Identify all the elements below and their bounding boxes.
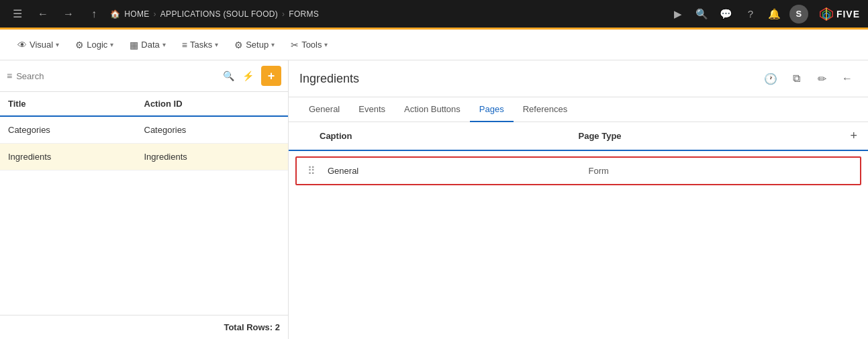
nav-item-logic[interactable]: ⚙ Logic ▾: [68, 36, 120, 54]
play-icon[interactable]: ▶: [669, 5, 687, 23]
visual-icon: 👁: [17, 40, 27, 50]
secondary-nav-left: 👁 Visual ▾ ⚙ Logic ▾ ▦ Data ▾ ≡ Tasks ▾ …: [11, 36, 334, 54]
data-chevron: ▾: [162, 41, 166, 48]
breadcrumb-sep2: ›: [282, 9, 285, 19]
table-header: Title Action ID: [0, 92, 288, 117]
row-action-ingredients: Ingredients: [144, 152, 281, 162]
edit-icon[interactable]: ✏: [812, 68, 832, 89]
row-action-categories: Categories: [144, 125, 281, 135]
nav-item-visual-label: Visual: [30, 40, 53, 50]
nav-item-data-label: Data: [141, 40, 159, 50]
data-icon: ▦: [130, 40, 138, 50]
copy-icon[interactable]: ⧉: [786, 68, 806, 89]
col-action-id-header: Action ID: [144, 99, 281, 109]
nav-item-tasks-label: Tasks: [190, 40, 212, 50]
five-logo: FIVE: [819, 7, 860, 21]
nav-item-logic-label: Logic: [87, 40, 107, 50]
up-icon[interactable]: ↑: [85, 5, 103, 23]
tasks-icon: ≡: [182, 40, 187, 50]
tab-general[interactable]: General: [299, 97, 349, 122]
table-row[interactable]: Ingredients Ingredients: [0, 144, 288, 171]
filter-icon: ≡: [7, 70, 12, 81]
search-bar: ≡ 🔍 ⚡ +: [0, 60, 288, 92]
content-row[interactable]: ⠿ General Form: [295, 156, 861, 185]
tab-references[interactable]: References: [514, 97, 577, 122]
nav-item-visual[interactable]: 👁 Visual ▾: [11, 36, 66, 54]
tools-icon: ✂: [291, 40, 299, 50]
add-button[interactable]: +: [261, 66, 281, 86]
right-panel: Ingredients 🕐 ⧉ ✏ ← General Events Actio…: [289, 60, 868, 339]
nav-item-setup[interactable]: ⚙ Setup ▾: [228, 36, 281, 54]
search-icon[interactable]: 🔍: [223, 70, 234, 81]
menu-icon[interactable]: ☰: [8, 5, 27, 23]
table-row[interactable]: Categories Categories: [0, 117, 288, 144]
panel-header: Ingredients 🕐 ⧉ ✏ ←: [289, 60, 868, 97]
chat-icon[interactable]: 💬: [717, 5, 736, 23]
tab-events[interactable]: Events: [349, 97, 395, 122]
main-layout: ≡ 🔍 ⚡ + Title Action ID Categories Categ…: [0, 60, 868, 339]
col-caption-header: Caption: [320, 131, 579, 141]
logic-icon: ⚙: [75, 40, 84, 50]
five-logo-icon: [819, 7, 834, 21]
breadcrumb-current[interactable]: FORMS: [289, 9, 319, 19]
setup-icon: ⚙: [234, 40, 243, 50]
breadcrumb-sep1: ›: [154, 9, 156, 19]
tab-action-buttons[interactable]: Action Buttons: [395, 97, 470, 122]
tasks-chevron: ▾: [215, 41, 218, 48]
tab-pages[interactable]: Pages: [470, 97, 514, 122]
tabs: General Events Action Buttons Pages Refe…: [289, 97, 868, 122]
secondary-navigation: 👁 Visual ▾ ⚙ Logic ▾ ▦ Data ▾ ≡ Tasks ▾ …: [0, 30, 868, 60]
back-icon[interactable]: ←: [34, 5, 52, 23]
back-arrow-icon[interactable]: ←: [837, 68, 857, 89]
breadcrumb: 🏠 HOME › APPLICATIONS (SOUL FOOD) › FORM…: [110, 9, 662, 19]
setup-chevron: ▾: [271, 41, 275, 48]
nav-item-tools[interactable]: ✂ Tools ▾: [284, 36, 334, 54]
col-page-type-header: Page Type: [579, 131, 838, 141]
panel-title: Ingredients: [299, 72, 359, 86]
top-navigation: ☰ ← → ↑ 🏠 HOME › APPLICATIONS (SOUL FOOD…: [0, 0, 868, 30]
avatar[interactable]: S: [789, 5, 808, 23]
nav-item-tasks[interactable]: ≡ Tasks ▾: [175, 36, 225, 54]
cell-page-type-form: Form: [589, 166, 850, 176]
drag-handle-icon[interactable]: ⠿: [307, 164, 328, 177]
history-icon[interactable]: 🕐: [761, 68, 781, 89]
table-body: Categories Categories Ingredients Ingred…: [0, 117, 288, 315]
search-nav-icon[interactable]: 🔍: [693, 5, 712, 23]
cell-caption-general: General: [328, 166, 589, 176]
breadcrumb-home[interactable]: HOME: [124, 9, 149, 19]
table-footer: Total Rows: 2: [0, 315, 288, 339]
total-rows-label: Total Rows: 2: [224, 322, 280, 332]
five-logo-text: FIVE: [836, 9, 860, 19]
bell-icon[interactable]: 🔔: [765, 5, 784, 23]
search-input[interactable]: [16, 71, 219, 81]
tools-chevron: ▾: [324, 41, 328, 48]
nav-item-data[interactable]: ▦ Data ▾: [123, 36, 172, 54]
bolt-icon[interactable]: ⚡: [238, 66, 257, 85]
home-icon: 🏠: [110, 9, 120, 19]
forward-icon[interactable]: →: [59, 5, 78, 23]
panel-actions: 🕐 ⧉ ✏ ←: [761, 68, 857, 89]
logic-chevron: ▾: [110, 41, 113, 48]
top-nav-right: ▶ 🔍 💬 ? 🔔 S FIVE: [669, 5, 860, 23]
visual-chevron: ▾: [56, 41, 59, 48]
content-add-button[interactable]: +: [837, 129, 857, 143]
row-title-ingredients: Ingredients: [8, 152, 144, 162]
nav-item-setup-label: Setup: [246, 40, 269, 50]
help-icon[interactable]: ?: [741, 5, 760, 23]
content-table-header: Caption Page Type +: [289, 122, 868, 151]
row-title-categories: Categories: [8, 125, 144, 135]
nav-item-tools-label: Tools: [301, 40, 322, 50]
content-area: Caption Page Type + ⠿ General Form: [289, 122, 868, 339]
col-title-header: Title: [8, 99, 144, 109]
breadcrumb-app[interactable]: APPLICATIONS (SOUL FOOD): [160, 9, 278, 19]
left-panel: ≡ 🔍 ⚡ + Title Action ID Categories Categ…: [0, 60, 289, 339]
